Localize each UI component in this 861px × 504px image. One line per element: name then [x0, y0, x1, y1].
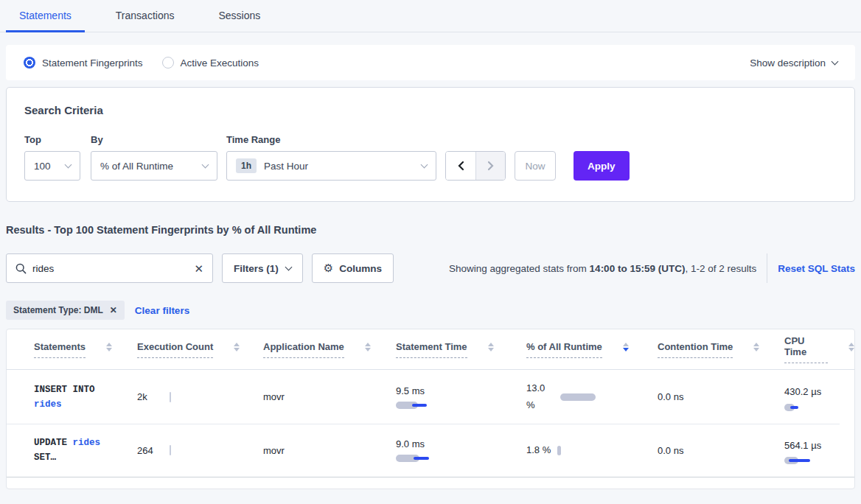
radio-label: Statement Fingerprints: [42, 57, 143, 69]
column-header-label: Execution Count: [137, 341, 213, 358]
cpu-time-bar: [784, 404, 811, 411]
statement-fingerprint-cell: INSERT INTO rides: [34, 382, 116, 412]
column-header-label: Contention Time: [658, 341, 733, 358]
cpu-time-value: 430.2 µs: [784, 386, 821, 397]
now-button[interactable]: Now: [515, 151, 556, 181]
clear-search-icon[interactable]: ✕: [194, 263, 203, 274]
percent-runtime-value: 1.8 %: [526, 442, 551, 459]
column-header-application-name[interactable]: Application Name: [263, 341, 396, 358]
top-label: Top: [24, 134, 80, 145]
execution-count-value: 2k: [137, 391, 170, 402]
previous-interval-button[interactable]: [446, 152, 475, 180]
column-header-statement-time[interactable]: Statement Time: [396, 341, 526, 358]
column-header-contention-time[interactable]: Contention Time: [658, 341, 784, 358]
active-filters-bar: Statement Type: DML ✕ Clear filters: [6, 301, 855, 320]
apply-button[interactable]: Apply: [574, 151, 630, 181]
search-input[interactable]: [32, 263, 188, 274]
percent-runtime-cell: 13.0 %: [526, 380, 658, 414]
percent-runtime-value: 13.0 %: [526, 380, 554, 414]
sql-keyword: UPDATE: [34, 438, 67, 448]
radio-selected-icon: [24, 57, 35, 69]
column-header-statements[interactable]: Statements: [34, 341, 137, 358]
search-criteria-title: Search Criteria: [24, 104, 837, 116]
radio-label: Active Executions: [181, 57, 259, 69]
sort-icon: [365, 343, 371, 351]
statements-table: Statements Execution Count Application N…: [6, 329, 855, 489]
percent-runtime-bar: [557, 446, 561, 455]
filters-button-label: Filters (1): [234, 263, 279, 274]
statement-time-cell: 9.5 ms: [396, 385, 526, 409]
search-criteria-controls: Top 100 By % of All Runtime Time Range 1…: [24, 134, 837, 181]
top-select[interactable]: 100: [24, 151, 80, 181]
contention-time-cell: 0.0 ns: [658, 445, 784, 456]
statement-time-bar: [396, 455, 431, 462]
chevron-down-icon: [65, 161, 72, 169]
statement-time-value: 9.0 ms: [396, 438, 526, 449]
view-toggle-bar: Statement Fingerprints Active Executions…: [6, 45, 855, 80]
column-header-execution-count[interactable]: Execution Count: [137, 341, 263, 358]
sort-icon: [753, 343, 759, 351]
chevron-left-icon: [456, 161, 465, 171]
tab-statements[interactable]: Statements: [6, 0, 85, 32]
table-row: INSERT INTO rides 2k movr 9.5 ms 13.0 % …: [7, 370, 854, 424]
execution-count-bar: [170, 445, 171, 455]
tab-sessions[interactable]: Sessions: [205, 0, 273, 32]
statement-time-value: 9.5 ms: [396, 385, 526, 396]
radio-statement-fingerprints[interactable]: Statement Fingerprints: [24, 57, 143, 69]
execution-count-cell: 2k: [137, 391, 263, 402]
statement-link[interactable]: rides: [73, 438, 101, 448]
chevron-down-icon: [421, 161, 428, 169]
sort-icon: [234, 343, 240, 351]
stats-summary: Showing aggregated stats from 14:00 to 1…: [449, 263, 756, 274]
sql-activity-tabbar: Statements Transactions Sessions: [0, 0, 861, 32]
execution-count-value: 264: [137, 445, 170, 456]
statement-time-cell: 9.0 ms: [396, 438, 526, 462]
chevron-down-icon: [202, 161, 209, 169]
next-interval-button-disabled[interactable]: [475, 152, 505, 180]
sort-desc-icon: [623, 343, 629, 351]
vertical-divider: [767, 253, 767, 283]
by-select-value: % of All Runtime: [100, 161, 173, 172]
time-range-control: Time Range 1h Past Hour: [226, 134, 436, 181]
chevron-down-icon: [832, 58, 839, 66]
column-header-percent-all-runtime[interactable]: % of All Runtime: [526, 341, 658, 358]
time-range-value: Past Hour: [264, 161, 308, 172]
statement-link[interactable]: rides: [34, 399, 62, 410]
by-label: By: [91, 134, 217, 145]
radio-unselected-icon: [162, 57, 174, 69]
column-header-label: Statements: [34, 341, 86, 358]
results-toolbar: ✕ Filters (1) ⚙ Columns Showing aggregat…: [6, 253, 855, 283]
chevron-down-icon: [285, 264, 292, 271]
column-header-cpu-time[interactable]: CPU Time: [784, 335, 854, 363]
application-name-cell: movr: [263, 391, 396, 402]
application-name-cell: movr: [263, 445, 396, 456]
results-heading: Results - Top 100 Statement Fingerprints…: [6, 224, 855, 236]
sql-keyword: INSERT INTO: [34, 385, 95, 395]
columns-button-label: Columns: [339, 263, 382, 274]
time-range-badge: 1h: [236, 158, 257, 173]
reset-sql-stats-link[interactable]: Reset SQL Stats: [778, 263, 855, 274]
cpu-time-cell: 430.2 µs: [784, 382, 827, 410]
tab-transactions[interactable]: Transactions: [102, 0, 188, 32]
execution-count-bar: [170, 392, 171, 402]
column-header-label: % of All Runtime: [526, 341, 602, 358]
columns-button[interactable]: ⚙ Columns: [312, 253, 394, 283]
search-icon: [15, 263, 27, 274]
clear-filters-link[interactable]: Clear filters: [135, 305, 189, 316]
remove-filter-icon[interactable]: ✕: [110, 305, 117, 315]
by-select[interactable]: % of All Runtime: [91, 151, 217, 181]
filter-pill-statement-type[interactable]: Statement Type: DML ✕: [6, 301, 125, 320]
filters-button[interactable]: Filters (1): [222, 253, 303, 283]
radio-active-executions[interactable]: Active Executions: [162, 57, 259, 69]
gear-icon: ⚙: [324, 262, 333, 275]
chevron-right-icon: [487, 161, 495, 171]
sort-icon: [488, 343, 494, 351]
sort-icon: [106, 343, 112, 351]
sort-icon: [848, 343, 854, 351]
execution-count-cell: 264: [137, 445, 263, 456]
time-range-select[interactable]: 1h Past Hour: [226, 151, 436, 181]
percent-runtime-bar: [560, 393, 596, 401]
sql-suffix: SET…: [34, 452, 56, 463]
cpu-time-bar: [784, 457, 811, 464]
show-description-toggle[interactable]: Show description: [750, 57, 837, 69]
